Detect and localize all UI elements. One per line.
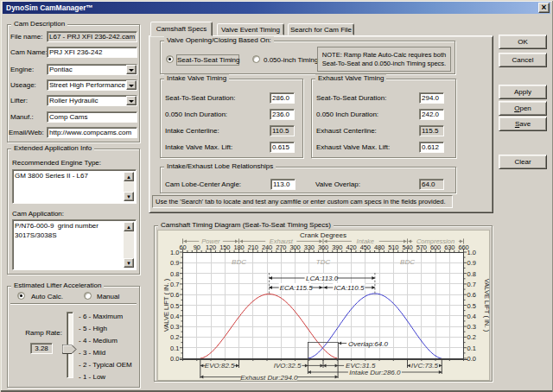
svg-text:0.4: 0.4	[170, 313, 179, 320]
svg-text:Exhaust Dur:294.0: Exhaust Dur:294.0	[240, 374, 298, 381]
svg-text:0.0: 0.0	[170, 355, 179, 363]
svg-text:390: 390	[332, 243, 342, 251]
svg-text:Compression: Compression	[416, 237, 454, 245]
svg-text:210: 210	[248, 243, 258, 251]
svg-text:VALVE LIFT ( IN. ): VALVE LIFT ( IN. )	[162, 278, 170, 332]
svg-text:ICA:110.5: ICA:110.5	[334, 284, 365, 292]
svg-text:LCA:113.0: LCA:113.0	[306, 275, 339, 282]
svg-text:510: 510	[388, 243, 398, 251]
svg-text:Power: Power	[201, 237, 220, 245]
svg-text:0.6: 0.6	[170, 291, 179, 299]
svg-text:IVO:32.5: IVO:32.5	[274, 362, 302, 370]
svg-text:0.5: 0.5	[170, 302, 179, 310]
svg-text:IVC:73.5: IVC:73.5	[411, 362, 439, 370]
svg-text:0.3: 0.3	[170, 323, 179, 331]
svg-text:ECA:115.5: ECA:115.5	[280, 284, 314, 292]
svg-text:0.0: 0.0	[467, 355, 476, 363]
svg-text:Intake Dur:286.0: Intake Dur:286.0	[349, 369, 401, 376]
svg-text:Overlap:64.0: Overlap:64.0	[348, 340, 388, 348]
svg-text:360: 360	[318, 243, 328, 251]
svg-text:Crank Degrees: Crank Degrees	[300, 231, 346, 239]
svg-text:VALVE LIFT ( IN. ): VALVE LIFT ( IN. )	[483, 279, 490, 332]
svg-text:60: 60	[180, 243, 187, 251]
svg-text:0.8: 0.8	[467, 270, 476, 278]
svg-text:330: 330	[304, 243, 315, 251]
svg-text:0.2: 0.2	[467, 333, 476, 341]
svg-text:0.6: 0.6	[467, 291, 476, 299]
svg-text:0.9: 0.9	[170, 259, 179, 267]
svg-text:0.7: 0.7	[170, 281, 179, 288]
svg-text:EVO:82.5: EVO:82.5	[205, 362, 235, 370]
svg-text:0.8: 0.8	[170, 270, 179, 278]
svg-text:0.7: 0.7	[467, 281, 476, 288]
svg-text:540: 540	[403, 243, 413, 251]
svg-text:BDC: BDC	[400, 258, 415, 266]
svg-text:Intake: Intake	[357, 237, 374, 245]
svg-text:0.3: 0.3	[467, 323, 476, 331]
svg-text:0.2: 0.2	[170, 333, 179, 341]
svg-text:Exhaust: Exhaust	[270, 237, 294, 245]
svg-text:0.1: 0.1	[467, 345, 476, 352]
svg-text:0.4: 0.4	[467, 313, 476, 320]
svg-text:0.5: 0.5	[467, 302, 476, 310]
svg-text:0.9: 0.9	[467, 259, 476, 267]
svg-text:TDC: TDC	[316, 258, 331, 266]
svg-text:1.0: 1.0	[467, 249, 476, 256]
svg-text:0.1: 0.1	[170, 345, 179, 352]
svg-text:1.0: 1.0	[170, 249, 179, 256]
svg-text:BDC: BDC	[232, 258, 246, 266]
svg-text:180: 180	[234, 243, 245, 251]
